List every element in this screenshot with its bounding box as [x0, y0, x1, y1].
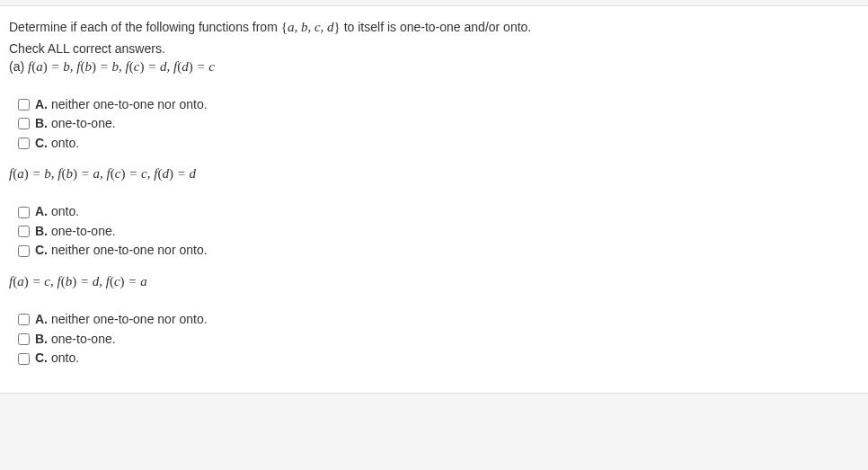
choice-3b-letter: B. [35, 331, 48, 349]
function-2: f(a) = b, f(b) = a, f(c) = c, f(d) = d [9, 166, 859, 182]
choice-3c-text: onto. [51, 350, 79, 368]
choice-1a: A. neither one-to-one nor onto. [18, 96, 859, 114]
choice-3a-text: neither one-to-one nor onto. [51, 311, 208, 329]
choice-group-3: A. neither one-to-one nor onto. B. one-t… [18, 311, 859, 368]
choice-group-1: A. neither one-to-one nor onto. B. one-t… [18, 96, 859, 153]
checkbox-3c[interactable] [18, 353, 30, 365]
choice-2c-letter: C. [35, 242, 48, 260]
choice-2a-letter: A. [35, 203, 48, 221]
intro-post: to itself is one-to-one and/or onto. [341, 20, 531, 34]
function-3: f(a) = c, f(b) = d, f(c) = a [9, 274, 859, 289]
choice-1a-text: neither one-to-one nor onto. [51, 96, 208, 114]
choice-1c: C. onto. [18, 135, 859, 153]
choice-2a: A. onto. [18, 203, 859, 221]
choice-3c: C. onto. [18, 350, 859, 368]
choice-1b-text: one-to-one. [51, 115, 116, 133]
function-3-math: f(a) = c, f(b) = d, f(c) = a [9, 274, 147, 288]
checkbox-3a[interactable] [18, 314, 30, 325]
choice-3b-text: one-to-one. [51, 331, 116, 349]
checkbox-2a[interactable] [18, 207, 30, 218]
choice-1a-letter: A. [35, 96, 48, 114]
instruction: Check ALL correct answers. [9, 41, 859, 56]
function-2-math: f(a) = b, f(b) = a, f(c) = c, f(d) = d [9, 166, 196, 181]
intro-pre: Determine if each of the following funct… [9, 20, 281, 34]
choice-1c-letter: C. [35, 135, 48, 153]
choice-3a-letter: A. [35, 311, 48, 329]
choice-2c-text: neither one-to-one nor onto. [51, 242, 208, 260]
checkbox-1a[interactable] [18, 99, 30, 111]
choice-3a: A. neither one-to-one nor onto. [18, 311, 859, 329]
checkbox-1c[interactable] [18, 137, 30, 149]
set-notation: {a, b, c, d} [281, 20, 341, 34]
choice-2b-text: one-to-one. [51, 223, 116, 241]
part-a: (a) f(a) = b, f(b) = b, f(c) = d, f(d) =… [9, 59, 859, 75]
choice-2c: C. neither one-to-one nor onto. [18, 242, 859, 260]
checkbox-2c[interactable] [18, 245, 30, 257]
question-intro: Determine if each of the following funct… [9, 17, 859, 38]
part-a-function: f(a) = b, f(b) = b, f(c) = d, f(d) = c [28, 59, 215, 74]
choice-3c-letter: C. [35, 350, 48, 368]
part-a-label: (a) [9, 59, 28, 74]
checkbox-1b[interactable] [18, 118, 30, 129]
choice-2b-letter: B. [35, 223, 48, 241]
choice-1c-text: onto. [51, 135, 79, 153]
choice-group-2: A. onto. B. one-to-one. C. neither one-t… [18, 203, 859, 260]
checkbox-3b[interactable] [18, 333, 30, 345]
checkbox-2b[interactable] [18, 226, 30, 237]
choice-1b: B. one-to-one. [18, 115, 859, 133]
choice-3b: B. one-to-one. [18, 331, 859, 349]
choice-2a-text: onto. [51, 203, 79, 221]
choice-2b: B. one-to-one. [18, 223, 859, 241]
choice-1b-letter: B. [35, 115, 48, 133]
question-container: Determine if each of the following funct… [0, 5, 868, 394]
